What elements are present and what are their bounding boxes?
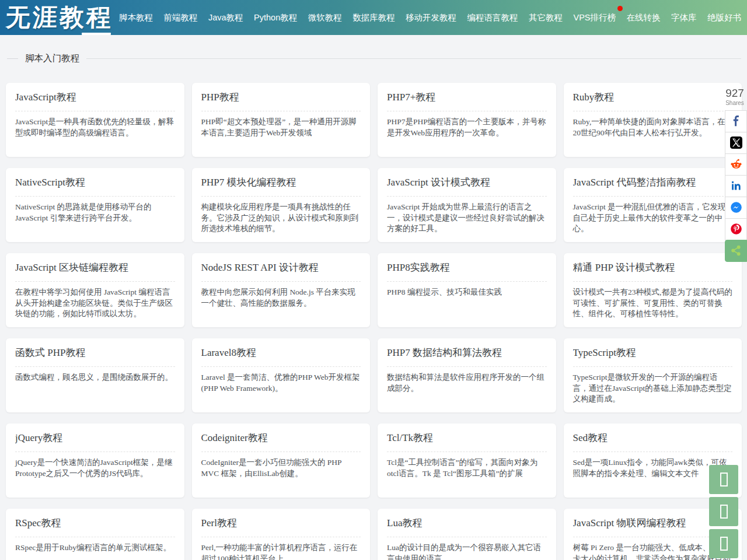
tutorial-card[interactable]: Perl教程 Perl,一种功能丰富的计算机程序语言，运行在超过100种计算机平… (192, 509, 371, 560)
floating-button-3[interactable] (709, 529, 738, 558)
heading-tick-line (7, 58, 18, 59)
card-divider (15, 452, 175, 452)
facebook-icon (730, 115, 742, 127)
tutorial-card[interactable]: PHP7 数据结构和算法教程 数据结构和算法是软件应用程序开发的一个组成部分。 (378, 338, 556, 412)
tutorial-card[interactable]: JavaScript 区块链编程教程 在教程中将学习如何使用 JavaScrip… (6, 253, 184, 327)
floating-button-2[interactable] (709, 497, 738, 526)
card-divider (15, 366, 175, 367)
tutorial-card[interactable]: 精通 PHP 设计模式教程 设计模式一共有23种模式,都是为了提高代码的可读性、… (564, 253, 742, 327)
tutorial-card[interactable]: JavaScript 代码整洁指南教程 JavaScript 是一种混乱但优雅的… (564, 168, 742, 242)
card-description: Perl,一种功能丰富的计算机程序语言，运行在超过100种计算机平台上。 (201, 542, 361, 560)
card-divider (201, 537, 361, 537)
card-title: RSpec教程 (15, 516, 175, 531)
tutorial-card[interactable]: JavaScript 设计模式教程 JavaScript 开始成为世界上最流行的… (378, 168, 556, 242)
tutorial-card[interactable]: Codeigniter教程 CodeIgniter是一套小巧但功能强大的 PHP… (192, 424, 371, 498)
placeholder-box-icon (720, 473, 728, 487)
tutorial-card[interactable]: NativeScript教程 NativeScript 的思路就是使用移动平台的… (6, 168, 184, 242)
card-title: 精通 PHP 设计模式教程 (573, 261, 733, 275)
card-title: JavaScript 物联网编程教程 (573, 516, 733, 531)
nav-item-移动开发教程[interactable]: 移动开发教程 (406, 0, 456, 35)
addtoany-share-icon (730, 244, 742, 257)
card-description: NativeScript 的思路就是使用移动平台的 JavaScript 引擎来… (15, 202, 175, 224)
card-divider (15, 281, 175, 282)
linkedin-icon (730, 180, 742, 192)
card-title: Tcl/Tk教程 (387, 431, 547, 446)
card-description: 树莓 Pi Zero 是一台功能强大、低成本、信用卡大小的计算机，非常适合作为复… (573, 542, 733, 560)
card-divider (573, 366, 733, 367)
nav-item-Java教程[interactable]: Java教程 (208, 0, 243, 35)
share-widget: 927 Shares (725, 88, 747, 262)
card-title: TypeScript教程 (573, 346, 733, 360)
card-divider (387, 452, 547, 452)
share-buttons (725, 111, 747, 262)
linkedin-share-button[interactable] (725, 175, 747, 197)
nav-item-绝版好书[interactable]: 绝版好书 (707, 0, 741, 35)
addtoany-share-share-button[interactable] (725, 240, 747, 262)
card-divider (387, 366, 547, 367)
reddit-icon (730, 158, 742, 170)
nav-item-VPS排行榜[interactable]: VPS排行榜 (574, 0, 616, 35)
nav-item-前端教程[interactable]: 前端教程 (163, 0, 197, 35)
floating-button-1[interactable] (709, 465, 738, 494)
card-divider (387, 537, 547, 537)
tutorial-card[interactable]: Ruby教程 Ruby,一种简单快捷的面向对象脚本语言，在20世纪90年代由日本… (564, 83, 742, 157)
card-description: 教程中向您展示如何利用 Node.js 平台来实现一个健壮、高性能的数据服务。 (201, 287, 361, 309)
nav-item-微软教程[interactable]: 微软教程 (308, 0, 342, 35)
nav-item-其它教程[interactable]: 其它教程 (529, 0, 563, 35)
tutorial-card[interactable]: PHP8实践教程 PHP8 编程提示、技巧和最佳实践 (378, 253, 556, 327)
card-description: jQuery是一个快速简洁的JavaScript框架，是继Prototype之后… (15, 457, 175, 480)
tutorial-card[interactable]: PHP7 模块化编程教程 构建模块化应用程序是一项具有挑战性的任务。它涉及广泛的… (192, 168, 371, 242)
card-title: PHP7 数据结构和算法教程 (387, 346, 547, 360)
nav-item-Python教程[interactable]: Python教程 (254, 0, 297, 35)
nav-item-字体库[interactable]: 字体库 (671, 0, 697, 35)
card-description: 构建模块化应用程序是一项具有挑战性的任务。它涉及广泛的知识，从设计模式和原则到所… (201, 202, 361, 235)
tutorial-card[interactable]: 函数式 PHP教程 函数式编程，顾名思义，是围绕函数展开的。 (6, 338, 184, 412)
card-description: Sed是一项Linux指令，功能同awk类似，可依照脚本的指令来处理、编辑文本文… (573, 457, 733, 480)
card-title: Lua教程 (387, 516, 547, 531)
nav-item-数据库教程[interactable]: 数据库教程 (352, 0, 395, 35)
tutorial-card[interactable]: jQuery教程 jQuery是一个快速简洁的JavaScript框架，是继Pr… (6, 424, 184, 498)
card-description: 设计模式一共有23种模式,都是为了提高代码的可读性、可扩展性、可复用性、类的可替… (573, 287, 733, 320)
nav-item-在线转换[interactable]: 在线转换 (627, 0, 661, 35)
card-title: NativeScript教程 (15, 176, 175, 190)
card-divider (201, 111, 361, 111)
card-divider (387, 281, 547, 282)
card-divider (573, 281, 733, 282)
card-title: PHP7+教程 (387, 90, 547, 105)
nav-item-编程语言教程[interactable]: 编程语言教程 (467, 0, 518, 35)
tutorial-card[interactable]: NodeJS REST API 设计教程 教程中向您展示如何利用 Node.js… (192, 253, 371, 327)
messenger-share-button[interactable] (725, 197, 747, 219)
card-description: Tcl是“工具控制语言”的缩写，其面向对象为otcl语言。Tk 是 Tcl“图形… (387, 457, 547, 480)
tutorial-card[interactable]: PHP教程 PHP即“超文本预处理器”，是一种通用开源脚本语言,主要适用于Web… (192, 83, 371, 157)
x-twitter-share-button[interactable] (725, 132, 747, 154)
pinterest-icon (730, 223, 742, 235)
main-content: 脚本入门教程 JavaScript教程 JavaScript是一种具有函数优先的… (0, 54, 747, 560)
x-twitter-icon (730, 136, 742, 149)
card-title: JavaScript教程 (15, 90, 175, 105)
card-title: JavaScript 设计模式教程 (387, 176, 547, 190)
heading-rule-line (86, 58, 741, 59)
card-description: JavaScript 是一种混乱但优雅的语言，它发现自己处于历史上最伟大的软件变… (573, 202, 733, 235)
tutorial-card[interactable]: Tcl/Tk教程 Tcl是“工具控制语言”的缩写，其面向对象为otcl语言。Tk… (378, 424, 556, 498)
card-divider (387, 111, 547, 111)
card-divider (15, 537, 175, 537)
site-logo[interactable]: 无涯教程 (0, 0, 116, 35)
tutorial-card[interactable]: TypeScript教程 TypeScript是微软开发的一个开源的编程语言，通… (564, 338, 742, 412)
placeholder-box-icon (720, 537, 728, 551)
card-divider (15, 196, 175, 197)
card-title: PHP教程 (201, 90, 361, 105)
tutorial-card[interactable]: PHP7+教程 PHP7是PHP编程语言的一个主要版本，并号称是开发Web应用程… (378, 83, 556, 157)
pinterest-share-button[interactable] (725, 218, 747, 240)
card-description: 数据结构和算法是软件应用程序开发的一个组成部分。 (387, 372, 547, 394)
reddit-share-button[interactable] (725, 153, 747, 176)
card-divider (573, 537, 733, 537)
tutorial-card[interactable]: JavaScript教程 JavaScript是一种具有函数优先的轻量级，解释型… (6, 83, 184, 157)
tutorial-card[interactable]: Lua教程 Lua的设计目的是成为一个很容易嵌入其它语言中使用的语言。 (378, 509, 556, 560)
facebook-share-button[interactable] (725, 110, 747, 132)
card-description: Laravel 是一套简洁、优雅的PHP Web开发框架(PHP Web Fra… (201, 372, 361, 394)
tutorial-card[interactable]: RSpec教程 RSpec是用于Ruby编程语言的单元测试框架。 (6, 509, 184, 560)
tutorial-card[interactable]: Laravel8教程 Laravel 是一套简洁、优雅的PHP Web开发框架(… (192, 338, 371, 412)
section-title: 脚本入门教程 (25, 52, 79, 65)
top-nav: 无涯教程 脚本教程 前端教程 Java教程 Python教程 微软教程 数据库教… (0, 0, 747, 35)
nav-item-脚本教程[interactable]: 脚本教程 (119, 0, 153, 35)
